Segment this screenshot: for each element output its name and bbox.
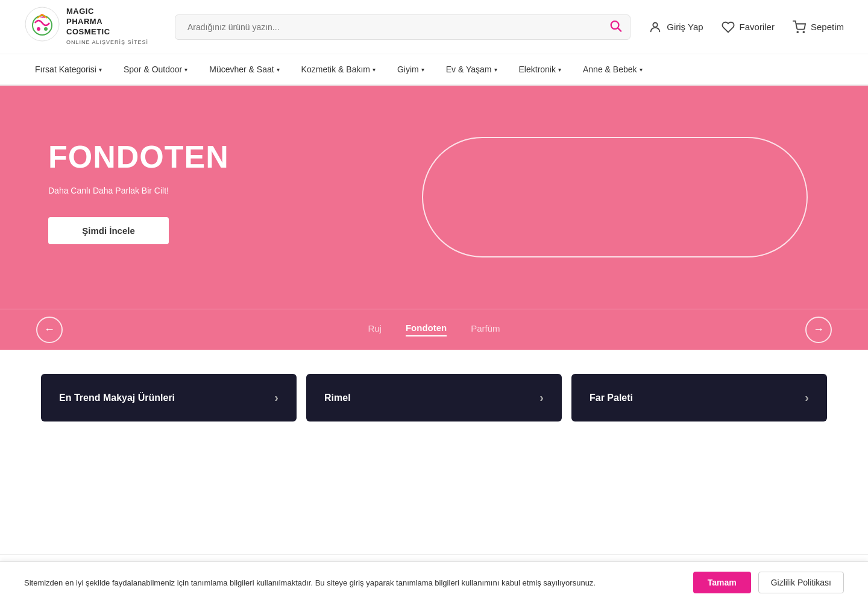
nav-item-elektronik[interactable]: Elektronik ▾	[508, 54, 572, 86]
banner-next-button[interactable]: →	[805, 317, 832, 343]
nav-item-anne[interactable]: Anne & Bebek ▾	[572, 54, 653, 86]
nav-item-kozmetik[interactable]: Kozmetik & Bakım ▾	[291, 54, 386, 86]
logo-icon: 🛍	[24, 6, 60, 48]
banner-tab-parfum[interactable]: Parfüm	[471, 323, 500, 336]
user-icon	[649, 21, 662, 34]
arrow-right-icon: →	[813, 323, 824, 336]
search-bar	[175, 14, 631, 40]
empty-content-area	[0, 446, 868, 554]
caret-icon: ▾	[373, 66, 376, 73]
cat-card-rimel[interactable]: Rimel ›	[306, 374, 562, 421]
svg-point-0	[25, 7, 59, 41]
banner-nav: ← Ruj Fondoten Parfüm →	[0, 309, 868, 350]
nav-item-giyim[interactable]: Giyim ▾	[386, 54, 435, 86]
hero-oval-decoration	[422, 137, 808, 257]
nav-item-ev[interactable]: Ev & Yaşam ▾	[435, 54, 508, 86]
banner-prev-button[interactable]: ←	[36, 317, 63, 343]
hero-cta-button[interactable]: Şimdi İncele	[48, 217, 169, 244]
banner-tab-fondoten[interactable]: Fondoten	[406, 323, 447, 336]
caret-icon: ▾	[640, 66, 643, 73]
svg-point-9	[803, 31, 804, 33]
arrow-right-icon: ›	[805, 391, 809, 405]
svg-point-7	[653, 22, 658, 27]
heart-icon	[722, 21, 735, 34]
cookie-actions: Tamam Gizlilik Politikası	[693, 572, 844, 576]
nav-item-mucevher[interactable]: Mücevher & Saat ▾	[198, 54, 290, 86]
category-cards: En Trend Makyaj Ürünleri › Rimel › Far P…	[0, 350, 868, 446]
caret-icon: ▾	[494, 66, 497, 73]
login-button[interactable]: Giriş Yap	[649, 21, 703, 34]
caret-icon: ▾	[277, 66, 280, 73]
svg-point-3	[37, 27, 40, 31]
banner-tab-ruj[interactable]: Ruj	[368, 323, 382, 336]
banner-tabs: Ruj Fondoten Parfüm	[368, 323, 500, 336]
svg-point-8	[797, 31, 798, 33]
caret-icon: ▾	[99, 66, 102, 73]
svg-line-6	[618, 28, 621, 31]
cat-card-makyaj[interactable]: En Trend Makyaj Ürünleri ›	[41, 374, 297, 421]
arrow-right-icon: ›	[274, 391, 278, 405]
nav-item-firsat[interactable]: Fırsat Kategorisi ▾	[24, 54, 113, 86]
header-actions: Giriş Yap Favoriler Sepetim	[649, 21, 844, 34]
svg-point-4	[44, 27, 48, 31]
cookie-bar: Sitemizden en iyi şekilde faydalanabilme…	[0, 561, 868, 576]
cookie-accept-button[interactable]: Tamam	[693, 572, 751, 576]
search-input[interactable]	[175, 14, 631, 40]
header: 🛍 MAGIC PHARMA COSMETIC ONLINE ALIŞVERİŞ…	[0, 0, 868, 54]
cookie-policy-button[interactable]: Gizlilik Politikası	[758, 572, 844, 576]
cart-icon	[793, 21, 806, 34]
caret-icon: ▾	[558, 66, 561, 73]
favorites-button[interactable]: Favoriler	[722, 21, 775, 34]
caret-icon: ▾	[184, 66, 187, 73]
nav-bar: Fırsat Kategorisi ▾ Spor & Outdoor ▾ Müc…	[0, 54, 868, 86]
hero-banner: FONDOTEN Daha Canlı Daha Parlak Bir Cilt…	[0, 86, 868, 309]
logo-area: 🛍 MAGIC PHARMA COSMETIC ONLINE ALIŞVERİŞ…	[24, 6, 157, 48]
cart-button[interactable]: Sepetim	[793, 21, 844, 34]
arrow-left-icon: ←	[44, 323, 55, 336]
cat-card-far[interactable]: Far Paleti ›	[571, 374, 827, 421]
caret-icon: ▾	[421, 66, 424, 73]
search-button[interactable]	[609, 19, 622, 35]
logo-text: MAGIC PHARMA COSMETIC ONLINE ALIŞVERİŞ S…	[66, 7, 148, 48]
nav-item-spor[interactable]: Spor & Outdoor ▾	[113, 54, 198, 86]
arrow-right-icon: ›	[539, 391, 544, 405]
